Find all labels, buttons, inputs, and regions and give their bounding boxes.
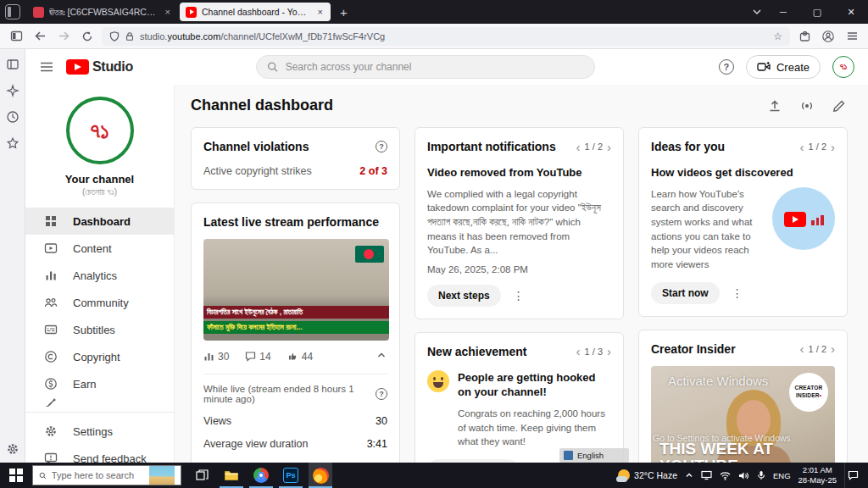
start-now-button[interactable]: Start now	[651, 282, 720, 304]
bookmark-star-icon[interactable]: ☆	[773, 30, 782, 42]
violations-help-icon[interactable]: ?	[376, 141, 387, 152]
back-icon[interactable]	[31, 27, 49, 46]
browser-tab-1[interactable]: ঊত্তরঃ [C6CFWBSAIG4RCX3VDJ8... ×	[27, 3, 178, 21]
language-popup[interactable]: English	[559, 448, 629, 463]
clock[interactable]: 2:01 AM 28-May-25	[798, 465, 837, 486]
tab1-close-icon[interactable]: ×	[164, 7, 172, 17]
tracking-shield-icon[interactable]	[109, 31, 120, 42]
while-live-label: While live (stream ended 8 hours 1 minut…	[203, 384, 376, 404]
pagination-label: 1 / 2	[809, 344, 826, 354]
photoshop-icon[interactable]: Ps	[279, 463, 303, 488]
menu-icon[interactable]	[843, 27, 861, 46]
thumbnail-caption-1: বিচারপতির সাথে ইউনূসের বৈঠক , রাতারাতি	[203, 306, 389, 319]
live-stream-thumbnail[interactable]: বিচারপতির সাথে ইউনূসের বৈঠক , রাতারাতি ফ…	[203, 239, 389, 341]
sidebar-item-analytics[interactable]: Analytics	[25, 262, 174, 289]
account-avatar[interactable]: ৭১	[832, 56, 854, 78]
account-icon[interactable]	[819, 27, 837, 46]
taskbar-search-box[interactable]	[32, 465, 181, 485]
violations-row-label: Active copyright strikes	[203, 165, 312, 177]
weather-widget[interactable]: 32°C Haze	[618, 469, 677, 481]
sidebar-item-earn[interactable]: Earn	[25, 370, 174, 397]
sparkle-icon[interactable]	[6, 84, 19, 97]
card-title: Latest live stream performance	[203, 215, 379, 229]
kebab-menu-icon[interactable]: ⋮	[732, 286, 743, 300]
url-bar[interactable]: studio.youtube.com/channel/UCfelXwM_fDb7…	[102, 27, 790, 46]
sidebar-menu: Dashboard Content Analytics Community Su…	[25, 208, 174, 472]
volume-icon[interactable]	[738, 471, 749, 480]
prev-icon[interactable]: ‹	[576, 141, 581, 153]
next-icon[interactable]: ›	[831, 141, 835, 153]
list-all-tabs-icon[interactable]	[748, 3, 766, 21]
sidebar-panel-icon[interactable]	[6, 58, 19, 71]
kebab-menu-icon[interactable]: ⋮	[513, 289, 525, 302]
window-close-button[interactable]: ✕	[834, 0, 868, 24]
firefox-view-icon[interactable]	[5, 4, 20, 19]
notification-headline: Video removed from YouTube	[427, 165, 611, 180]
forward-icon[interactable]	[54, 27, 73, 46]
browser-navbar: studio.youtube.com/channel/UCfelXwM_fDb7…	[0, 24, 868, 49]
prev-icon[interactable]: ‹	[800, 141, 804, 153]
sidebar-item-clipped[interactable]	[25, 397, 174, 407]
screen: ঊত্তরঃ [C6CFWBSAIG4RCX3VDJ8... × Channel…	[0, 0, 868, 488]
violations-row-value[interactable]: 2 of 3	[359, 165, 387, 177]
help-icon[interactable]: ?	[719, 59, 734, 75]
ideas-body-text: Learn how YouTube's search and discovery…	[651, 187, 764, 272]
hamburger-menu-icon[interactable]	[39, 59, 54, 75]
tray-chevron-up-icon[interactable]	[685, 471, 693, 480]
chrome-icon[interactable]	[249, 463, 273, 488]
sidebar-item-subtitles[interactable]: Subtitles	[25, 316, 174, 343]
display-icon[interactable]	[701, 470, 712, 480]
sidebar-toggle-icon[interactable]	[7, 27, 25, 46]
pagination-label: 1 / 2	[585, 141, 603, 152]
next-icon[interactable]: ›	[831, 342, 835, 355]
tab2-favicon-youtube	[186, 7, 197, 18]
refresh-icon[interactable]	[78, 27, 97, 46]
youtube-studio-logo[interactable]: Studio	[66, 59, 133, 75]
bookmarks-star-icon[interactable]	[6, 136, 19, 150]
studio-sidebar: ৭১ Your channel (চেতনায় ৭১) Dashboard C…	[25, 85, 175, 463]
strip-settings-gear-icon[interactable]	[0, 442, 25, 456]
extensions-icon[interactable]	[795, 27, 814, 46]
collapse-chevron-icon[interactable]	[376, 349, 387, 363]
create-button[interactable]: Create	[746, 55, 821, 79]
channel-avatar[interactable]: ৭১	[66, 97, 134, 164]
dashboard-icon	[44, 214, 58, 228]
sidebar-item-community[interactable]: Community	[25, 289, 174, 316]
prev-icon[interactable]: ‹	[576, 345, 581, 358]
language-indicator[interactable]: ENG	[773, 471, 791, 480]
edit-pencil-icon[interactable]	[831, 97, 848, 114]
action-center-icon[interactable]	[844, 463, 861, 488]
next-icon[interactable]: ›	[607, 345, 611, 358]
taskbar-search-input[interactable]	[52, 470, 144, 480]
file-explorer-icon[interactable]	[220, 463, 243, 488]
firefox-icon[interactable]	[309, 463, 332, 488]
pagination-label: 1 / 2	[809, 141, 826, 152]
network-wifi-icon[interactable]	[720, 471, 731, 480]
sidebar-item-dashboard[interactable]: Dashboard	[25, 208, 174, 235]
tab2-close-icon[interactable]: ×	[316, 7, 325, 17]
search-highlight-image[interactable]	[149, 466, 175, 485]
window-minimize-button[interactable]: ─	[766, 0, 800, 24]
browser-tab-2[interactable]: Channel dashboard - YouTube ... ×	[180, 3, 331, 21]
lock-icon[interactable]	[125, 31, 135, 42]
history-clock-icon[interactable]	[6, 110, 19, 124]
window-maximize-button[interactable]: ▢	[800, 0, 834, 24]
studio-search-bar[interactable]	[256, 55, 595, 79]
task-view-icon[interactable]	[190, 463, 214, 488]
start-button[interactable]	[0, 463, 32, 488]
next-steps-button[interactable]: Next steps	[427, 285, 501, 307]
microphone-icon[interactable]	[757, 470, 765, 480]
thumbnail-person	[302, 264, 337, 303]
prev-icon[interactable]: ‹	[800, 342, 804, 355]
windows-taskbar: Ps 32°C Haze ENG 2:01 AM 28-May-25	[0, 463, 868, 488]
sidebar-item-settings[interactable]: Settings	[25, 418, 174, 445]
while-live-help-icon[interactable]: ?	[376, 388, 387, 400]
studio-search-input[interactable]	[286, 61, 585, 73]
sidebar-item-copyright[interactable]: Copyright	[25, 343, 174, 370]
card-title: Important notifications	[427, 140, 556, 153]
go-live-icon[interactable]	[798, 97, 815, 114]
upload-videos-icon[interactable]	[766, 97, 783, 114]
sidebar-item-content[interactable]: Content	[25, 235, 174, 262]
new-tab-button[interactable]: +	[332, 5, 355, 19]
next-icon[interactable]: ›	[607, 141, 611, 153]
